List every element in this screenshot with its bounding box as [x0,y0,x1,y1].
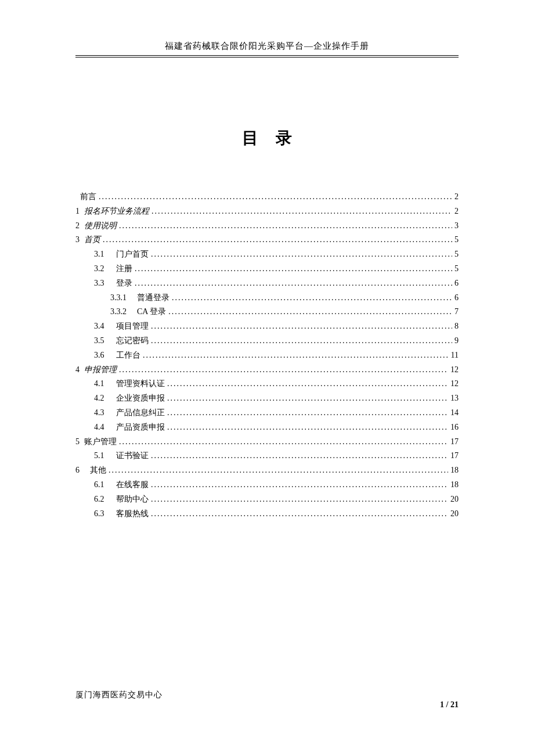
toc-entry[interactable]: 前言2 [75,190,459,204]
toc-entry-page: 13 [450,391,459,405]
toc-entry-page: 7 [454,305,459,319]
toc-entry-label: 报名环节业务流程 [84,204,149,218]
toc-entry-label: 证书验证 [116,449,149,463]
toc-leader-dots [99,190,452,204]
toc-entry-number: 3.3.1 [110,291,132,305]
toc-entry[interactable]: 6.2帮助中心20 [75,492,459,506]
toc-leader-dots [151,478,448,492]
toc-leader-dots [151,492,448,506]
toc-entry[interactable]: 4.4产品资质申报16 [75,420,459,434]
toc-entry-page: 14 [450,406,459,420]
toc-entry-page: 9 [454,334,459,348]
toc-leader-dots [135,276,452,290]
toc-entry-label: 其他 [90,463,106,477]
toc-title: 目录 [75,127,459,149]
toc-leader-dots [167,406,448,420]
toc-entry-label: 登录 [116,276,132,290]
toc-entry-label: 门户首页 [116,247,149,261]
toc-entry[interactable]: 1报名环节业务流程2 [75,204,459,218]
toc-leader-dots [167,420,448,434]
toc-entry[interactable]: 2使用说明3 [75,219,459,233]
toc-leader-dots [135,262,452,276]
toc-entry-label: CA 登录 [137,305,166,319]
page-footer: 厦门海西医药交易中心 1 / 21 [75,690,459,710]
toc-entry[interactable]: 3.5忘记密码9 [75,334,459,348]
toc-leader-dots [151,204,452,218]
toc-entry[interactable]: 6.3客服热线20 [75,507,459,521]
toc-entry-number: 6.2 [94,492,111,506]
toc-entry-label: 项目管理 [116,319,149,333]
toc-entry[interactable]: 5.1证书验证17 [75,449,459,463]
toc-entry-number: 4.3 [94,406,111,420]
toc-entry-page: 5 [454,247,459,261]
toc-entry[interactable]: 6其他18 [75,463,459,477]
page-header: 福建省药械联合限价阳光采购平台—企业操作手册 [75,41,459,56]
table-of-contents: 前言21报名环节业务流程22使用说明33首页53.1门户首页53.2注册53.3… [75,190,459,520]
toc-leader-dots [109,463,448,477]
toc-entry[interactable]: 3.4项目管理8 [75,319,459,333]
toc-leader-dots [168,305,452,319]
toc-leader-dots [103,233,452,247]
toc-entry-page: 11 [451,348,459,362]
toc-entry-number: 1 [75,204,80,218]
toc-entry-number: 3.1 [94,247,111,261]
toc-entry-label: 使用说明 [84,219,117,233]
footer-page-number: 1 / 21 [440,700,459,710]
toc-entry-number: 3.5 [94,334,111,348]
document-page: 福建省药械联合限价阳光采购平台—企业操作手册 目录 前言21报名环节业务流程22… [0,0,534,756]
toc-leader-dots [167,377,448,391]
toc-entry[interactable]: 3.6工作台11 [75,348,459,362]
toc-entry[interactable]: 4.1管理资料认证12 [75,377,459,391]
toc-entry-label: 企业资质申报 [116,391,165,405]
toc-entry-page: 18 [450,463,459,477]
toc-entry-page: 6 [454,291,459,305]
toc-leader-dots [119,363,448,377]
toc-entry[interactable]: 4.2企业资质申报13 [75,391,459,405]
toc-entry-number: 5.1 [94,449,111,463]
toc-entry[interactable]: 3.1门户首页5 [75,247,459,261]
toc-entry[interactable]: 5账户管理17 [75,435,459,449]
toc-entry-page: 2 [454,204,459,218]
toc-entry-number: 3.4 [94,319,111,333]
toc-entry-label: 产品信息纠正 [116,406,165,420]
footer-org: 厦门海西医药交易中心 [75,690,163,700]
toc-entry-page: 17 [450,449,459,463]
toc-entry-number: 6.3 [94,507,111,521]
toc-entry[interactable]: 6.1在线客服18 [75,478,459,492]
toc-entry-number: 5 [75,435,80,449]
toc-entry-number: 3 [75,233,80,247]
toc-entry[interactable]: 3.3.2CA 登录7 [75,305,459,319]
toc-entry-page: 16 [450,420,459,434]
toc-leader-dots [151,334,452,348]
toc-entry[interactable]: 3.3.1普通登录6 [75,291,459,305]
toc-entry[interactable]: 3首页5 [75,233,459,247]
toc-entry-page: 20 [450,492,459,506]
toc-entry-page: 18 [450,478,459,492]
toc-entry-label: 忘记密码 [116,334,149,348]
toc-entry-number: 4.2 [94,391,111,405]
toc-entry-label: 管理资料认证 [116,377,165,391]
toc-leader-dots [172,291,452,305]
toc-entry-number: 2 [75,219,80,233]
toc-entry[interactable]: 4.3产品信息纠正14 [75,406,459,420]
toc-entry-number: 3.3.2 [110,305,132,319]
toc-leader-dots [119,435,448,449]
toc-entry[interactable]: 3.2注册5 [75,262,459,276]
toc-entry-page: 12 [450,363,459,377]
toc-leader-dots [167,391,448,405]
toc-entry-number: 3.2 [94,262,111,276]
toc-entry-label: 客服热线 [116,507,149,521]
toc-entry-label: 帮助中心 [116,492,149,506]
toc-leader-dots [151,449,448,463]
toc-entry[interactable]: 4申报管理12 [75,363,459,377]
toc-entry-number: 4.4 [94,420,111,434]
toc-entry-page: 8 [454,319,459,333]
toc-entry[interactable]: 3.3登录6 [75,276,459,290]
toc-entry-page: 5 [454,233,459,247]
toc-entry-page: 2 [454,190,459,204]
toc-entry-number: 6 [75,463,80,477]
toc-entry-label: 首页 [84,233,100,247]
toc-entry-number: 4 [75,363,80,377]
toc-entry-label: 工作台 [116,348,140,362]
toc-entry-page: 12 [450,377,459,391]
